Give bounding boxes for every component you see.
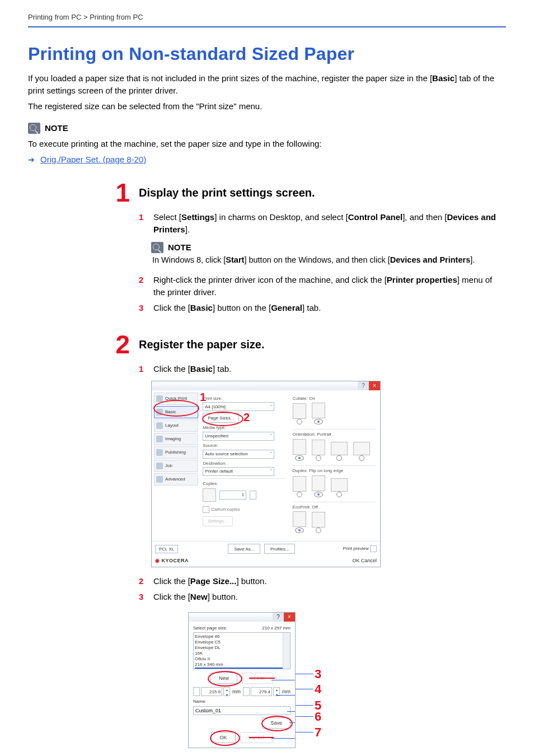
copies-spinner[interactable] [250, 491, 256, 500]
save-as-button[interactable]: Save As... [228, 544, 260, 554]
leader-4 [277, 695, 295, 696]
duplex-off-radio[interactable] [297, 492, 302, 497]
list-item[interactable]: Envelope DL [195, 645, 289, 651]
t: Start [226, 255, 244, 264]
t: ] tab. [213, 364, 231, 374]
destination-label: Destination: [203, 460, 285, 467]
tab-advanced[interactable]: Advanced [154, 473, 198, 486]
print-size-select[interactable]: A4 [100%] [203, 402, 274, 411]
scrollbar[interactable] [283, 633, 290, 669]
copies-input[interactable]: 1 [219, 491, 246, 500]
print-preview-checkbox[interactable] [370, 545, 377, 552]
callout-oval-6 [261, 716, 293, 731]
note-label: NOTE [168, 241, 191, 254]
leader-ext-5 [296, 705, 313, 706]
source-select[interactable]: Auto source selection [203, 450, 274, 459]
tab-imaging[interactable]: Imaging [154, 433, 198, 445]
xref-link[interactable]: Orig./Paper Set. (page 8-20) [40, 153, 146, 166]
orient-portrait-rot-radio[interactable] [316, 455, 321, 461]
tab-layout[interactable]: Layout [154, 419, 198, 432]
t: In Windows 8, click [ [152, 255, 226, 264]
step1-sub1: 1 Select [Settings] in charms on Desktop… [139, 211, 506, 236]
help-button[interactable]: ? [358, 381, 369, 390]
orient-portrait-rot-icon [312, 440, 325, 455]
t: Click the [ [153, 592, 190, 601]
width-spinner[interactable]: 215.9 ▴▾ [193, 687, 230, 696]
close-button[interactable]: × [369, 381, 380, 390]
t: ] button. [236, 576, 266, 586]
width-value[interactable]: 215.9 [201, 687, 222, 696]
step1-sub2-num: 2 [139, 274, 147, 298]
collate-on-radio[interactable] [314, 419, 323, 424]
name-input[interactable] [193, 706, 291, 715]
duplex-short-icon [331, 478, 348, 492]
select-value: Unspecified [205, 433, 228, 440]
list-item[interactable]: Envelope #6 [195, 634, 289, 640]
step1-sub3-num: 3 [139, 302, 147, 314]
t: ]. [185, 225, 190, 234]
select-value: Printer default [205, 468, 233, 475]
carbon-copies-checkbox[interactable] [203, 506, 209, 513]
orient-portrait-radio[interactable] [295, 455, 304, 461]
step1-inline-note-text: In Windows 8, click [Start] button on th… [152, 254, 506, 266]
height-spinner[interactable]: 279.4 ▴▾ [243, 687, 280, 696]
close-button[interactable]: × [284, 613, 295, 622]
tab-publishing[interactable]: Publishing [154, 446, 198, 459]
destination-select[interactable]: Printer default [203, 467, 274, 476]
collate-off-icon [293, 403, 306, 419]
leader-3 [271, 680, 295, 680]
ok-button[interactable]: OK [352, 558, 359, 563]
brand-text: KYOCERA [162, 558, 189, 563]
header-rule [28, 26, 506, 27]
list-item[interactable]: Oficio II [195, 656, 289, 662]
media-type-select[interactable]: Unspecified [203, 432, 274, 441]
profiles-button[interactable]: Profiles... [264, 544, 295, 554]
print-size-label: Print size: [203, 395, 285, 402]
step-2: 2 Register the paper size. 1 Click the [… [101, 333, 506, 756]
tab-label: Imaging [165, 436, 181, 442]
eco-on-radio[interactable] [316, 528, 321, 533]
t: ]. [470, 255, 475, 264]
callout-oval-7 [210, 730, 240, 746]
leader-7 [271, 738, 295, 739]
t: Control Panel [348, 212, 403, 222]
height-value[interactable]: 279.4 [251, 687, 272, 696]
quick-print-icon [156, 395, 163, 402]
note-text: To execute printing at the machine, set … [28, 138, 506, 150]
list-item-selected[interactable]: Custom_01 [195, 668, 289, 669]
cancel-button[interactable]: Cancel [361, 558, 377, 563]
pcl-mode[interactable]: PCL XL [155, 545, 178, 554]
orient-landscape-rot-radio[interactable] [359, 455, 364, 461]
collate-label: Collate: On [293, 395, 376, 402]
step2-sub1: 1 Click the [Basic] tab. [139, 363, 506, 375]
eco-off-radio[interactable] [295, 528, 304, 533]
brand-logo: ◉ KYOCERA [155, 557, 189, 564]
strike-cancel [249, 737, 274, 738]
tab-label: Job [165, 463, 172, 469]
t: Click the [ [153, 364, 190, 374]
duplex-off-icon [293, 476, 306, 492]
orient-landscape-icon [331, 442, 348, 455]
step2-sub1-num: 1 [139, 363, 147, 375]
advanced-icon [156, 476, 163, 483]
list-item[interactable]: Envelope C5 [195, 640, 289, 645]
duplex-long-radio[interactable] [314, 492, 323, 497]
collate-off-radio[interactable] [297, 419, 302, 424]
callout-num-2: 2 [243, 409, 250, 426]
page-size-listbox[interactable]: Envelope #6 Envelope C5 Envelope DL 16K … [193, 632, 291, 669]
leader-ext-4 [296, 689, 313, 689]
t: Page Size... [190, 576, 237, 586]
orient-landscape-radio[interactable] [336, 455, 342, 461]
help-button[interactable]: ? [273, 613, 284, 622]
list-item[interactable]: 16K [195, 651, 289, 656]
step1-inline-note: NOTE In Windows 8, click [Start] button … [151, 241, 506, 267]
page-title: Printing on Non-standard Sized Paper [28, 41, 506, 67]
callout-num-1: 1 [200, 389, 206, 405]
tab-job[interactable]: Job [154, 460, 198, 472]
spin-arrows[interactable]: ▴▾ [223, 687, 230, 696]
strike-delete [249, 678, 275, 679]
list-item[interactable]: 216 x 340 mm [195, 662, 289, 668]
duplex-short-radio[interactable] [336, 492, 342, 497]
eco-off-icon [293, 511, 306, 527]
select-value: A4 [100%] [205, 404, 226, 410]
